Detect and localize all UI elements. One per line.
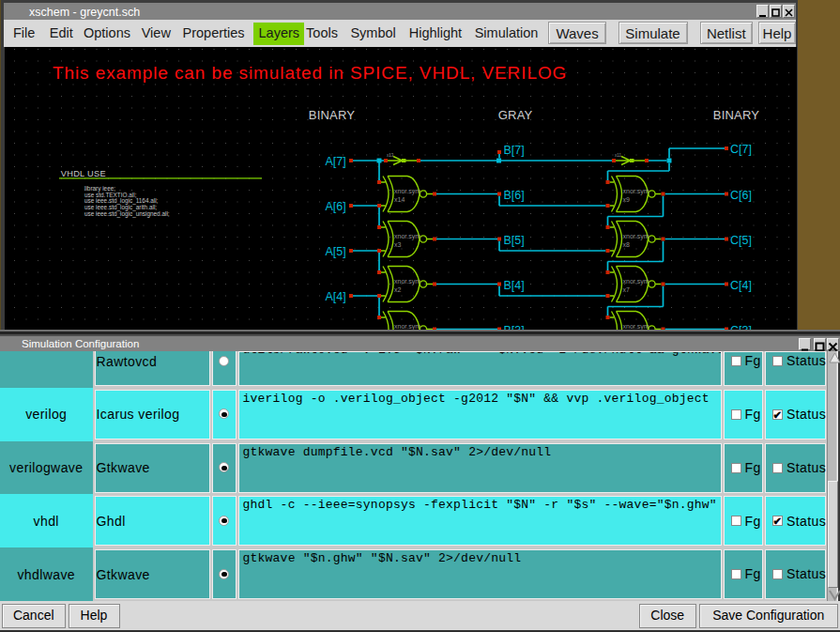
svg-text:BINARY: BINARY — [713, 108, 759, 122]
svg-text:C[5]: C[5] — [730, 234, 752, 247]
svg-text:x9: x9 — [623, 196, 631, 203]
svg-text:BINARY: BINARY — [309, 108, 355, 122]
svg-text:B[4]: B[4] — [504, 279, 525, 292]
svg-text:use ieee.std_logic_unsigned.al: use ieee.std_logic_unsigned.all; — [84, 210, 170, 218]
svg-text:C[7]: C[7] — [730, 143, 752, 156]
svg-text:B[6]: B[6] — [504, 189, 525, 202]
svg-text:x14: x14 — [394, 196, 405, 203]
svg-text:A[5]: A[5] — [326, 245, 346, 258]
svg-text:GRAY: GRAY — [498, 108, 533, 122]
svg-text:x3: x3 — [394, 241, 402, 248]
svg-text:VHDL USE: VHDL USE — [61, 169, 106, 178]
svg-text:xnor.sym: xnor.sym — [394, 233, 420, 240]
svg-text:A[7]: A[7] — [326, 155, 346, 168]
svg-text:x13: x13 — [387, 153, 394, 158]
svg-text:B[5]: B[5] — [504, 234, 525, 247]
svg-text:xnor.sym: xnor.sym — [394, 188, 420, 195]
svg-text:x11: x11 — [615, 153, 621, 158]
svg-text:xnor.sym: xnor.sym — [394, 278, 420, 285]
svg-text:C[4]: C[4] — [730, 279, 752, 292]
svg-text:xnor.sym: xnor.sym — [623, 233, 649, 240]
svg-text:B[7]: B[7] — [504, 144, 525, 157]
svg-text:x8: x8 — [623, 241, 631, 248]
svg-text:xnor.sym: xnor.sym — [623, 278, 649, 285]
svg-text:x2: x2 — [394, 286, 402, 293]
svg-text:xnor.sym: xnor.sym — [623, 188, 649, 195]
svg-text:C[6]: C[6] — [730, 189, 752, 202]
svg-text:This example can be simulated: This example can be simulated in SPICE, … — [53, 63, 567, 83]
svg-text:x7: x7 — [623, 286, 631, 293]
svg-text:A[6]: A[6] — [326, 200, 346, 213]
svg-text:A[4]: A[4] — [326, 290, 346, 303]
